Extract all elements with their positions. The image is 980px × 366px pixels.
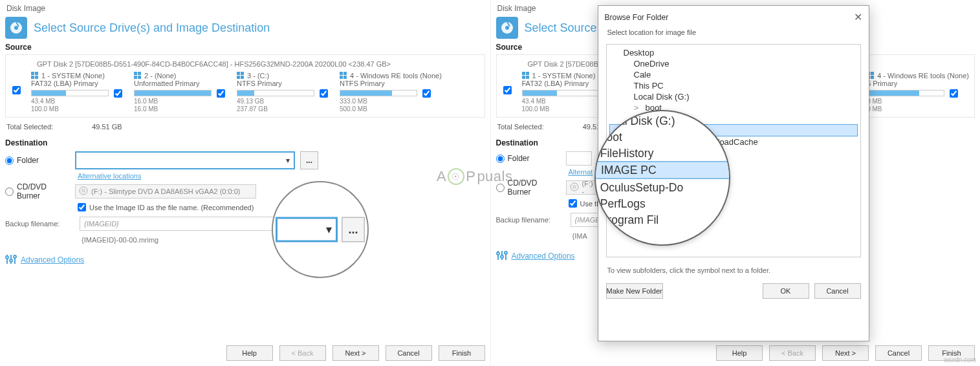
- tree-item[interactable]: Local Disk (G:): [609, 91, 858, 102]
- expand-icon[interactable]: >: [633, 159, 640, 169]
- back-button[interactable]: < Back: [769, 345, 816, 361]
- expand-icon[interactable]: >: [633, 114, 640, 124]
- partition[interactable]: 1 - SYSTEM (None) FAT32 (LBA) Primary 43…: [31, 72, 122, 113]
- left-pane: Disk Image Select Source Drive(s) and Im…: [0, 0, 490, 366]
- tree-item-label: Desktop: [624, 48, 655, 58]
- folder-tree[interactable]: Desktop OneDrive Cale This PC Local Disk…: [606, 44, 861, 257]
- tree-item[interactable]: > Program Files (x86): [609, 158, 858, 169]
- tree-item-label: OneDrive: [634, 59, 670, 69]
- make-new-folder-button[interactable]: Make New Folder: [606, 283, 663, 299]
- folder-radio-input[interactable]: [5, 156, 14, 165]
- partition-checkbox[interactable]: [114, 89, 122, 98]
- tree-item-label: Users: [646, 181, 668, 191]
- expand-icon[interactable]: >: [633, 181, 640, 191]
- partition-checkbox[interactable]: [217, 89, 225, 98]
- browse-button[interactable]: ...: [300, 151, 318, 169]
- partition-checkbox[interactable]: [950, 89, 958, 98]
- tree-item[interactable]: Cale: [609, 69, 858, 80]
- tree-item[interactable]: > Users: [609, 180, 858, 191]
- cd-radio[interactable]: CD/DVD Burner: [5, 182, 70, 200]
- tree-item-label: ProgramData: [646, 170, 695, 180]
- dialog-note: To view subfolders, click the symbol nex…: [598, 261, 869, 279]
- dialog-subtitle: Select location for image file: [598, 28, 869, 40]
- alternative-locations-link[interactable]: Alternative locations: [78, 172, 485, 180]
- tree-item-label: FileHistory: [646, 114, 685, 124]
- browse-folder-dialog: Browse For Folder ✕ Select location for …: [598, 5, 869, 341]
- folder-radio-input[interactable]: [496, 155, 505, 163]
- backup-filename-field[interactable]: {IMAGEID}: [80, 217, 319, 231]
- partition[interactable]: 2 - (None) Unformatted Primary 16.0 MB16…: [134, 72, 225, 113]
- backup-filename-label: Backup filename:: [496, 216, 558, 224]
- tree-item-label: PerfLogs: [646, 148, 679, 158]
- chevron-down-icon[interactable]: ▾: [286, 156, 290, 165]
- usage-bar: [522, 90, 600, 96]
- advanced-options-link[interactable]: Advanced Options: [512, 252, 575, 261]
- tree-item[interactable]: > Windows: [609, 191, 858, 202]
- use-image-id-checkbox[interactable]: Use the Image ID as the file name. (Reco…: [78, 203, 485, 211]
- cancel-button[interactable]: Cancel: [814, 283, 861, 299]
- dvd-burner-field: (F:) -: [566, 180, 598, 195]
- cancel-button[interactable]: Cancel: [875, 345, 922, 361]
- tree-item[interactable]: PerfLogs: [609, 147, 858, 158]
- dialog-title: Browse For Folder: [605, 13, 669, 22]
- attribution: wsxdn.com: [944, 356, 976, 363]
- tree-item[interactable]: > OculusSetup-DownloadCache: [609, 136, 858, 147]
- tree-item[interactable]: This PC: [609, 80, 858, 91]
- folder-path-input[interactable]: [566, 151, 592, 166]
- close-icon[interactable]: ✕: [854, 11, 862, 23]
- folder-path-text[interactable]: [79, 153, 291, 168]
- window-title: Disk Image: [5, 3, 485, 17]
- partition[interactable]: 3 - (C:) NTFS Primary 49.13 GB237.87 GB: [237, 72, 328, 113]
- windows-icon: [522, 72, 530, 80]
- expand-icon[interactable]: >: [633, 137, 640, 147]
- folder-radio[interactable]: Folder: [5, 156, 70, 165]
- help-button[interactable]: Help: [716, 345, 763, 361]
- partition[interactable]: 4 - Windows RE tools (None) NTFS Primary…: [340, 72, 442, 113]
- cd-radio-input[interactable]: [496, 184, 505, 192]
- cd-radio[interactable]: CD/DVD Burner: [496, 178, 561, 197]
- cancel-button[interactable]: Cancel: [386, 345, 432, 361]
- disk-image-icon: [5, 17, 27, 39]
- sliders-icon: [5, 253, 17, 266]
- next-button[interactable]: Next >: [332, 345, 379, 361]
- tree-item[interactable]: > boot: [609, 102, 858, 113]
- tree-item[interactable]: IMAGE PC: [609, 124, 858, 136]
- source-box: GPT Disk 2 [57DE08B5-D551-490F-84CD-B4B0…: [5, 54, 485, 118]
- disk-checkbox[interactable]: [12, 86, 21, 94]
- expand-icon[interactable]: >: [633, 192, 640, 202]
- page-title: Select Source Drive(s) and Image Destina…: [34, 21, 270, 35]
- advanced-options-link[interactable]: Advanced Options: [21, 255, 84, 264]
- windows-icon: [134, 72, 142, 80]
- partition[interactable]: 4 - Windows RE tools (None) 5 Primary 0 …: [867, 72, 969, 113]
- windows-icon: [31, 72, 39, 80]
- back-button[interactable]: < Back: [279, 345, 326, 361]
- next-button[interactable]: Next >: [822, 345, 869, 361]
- ok-button[interactable]: OK: [763, 283, 809, 299]
- disk-checkbox[interactable]: [503, 86, 512, 94]
- expand-icon[interactable]: >: [633, 170, 640, 180]
- usage-bar: [867, 90, 944, 96]
- tree-item[interactable]: OneDrive: [609, 58, 858, 69]
- partition-checkbox[interactable]: [422, 89, 431, 98]
- folder-path-input[interactable]: ▾: [75, 151, 295, 169]
- tree-item-label: Cale: [634, 70, 651, 80]
- dvd-burner-field: (F:) - Slimtype DVD A DA8A6SH vGAA2 (0:0…: [75, 184, 256, 199]
- tree-item[interactable]: > FileHistory: [609, 113, 858, 124]
- help-button[interactable]: Help: [226, 345, 273, 361]
- folder-radio[interactable]: Folder: [496, 154, 561, 163]
- partition-checkbox[interactable]: [320, 89, 328, 98]
- source-label: Source: [5, 43, 485, 52]
- tree-item-label: IMAGE PC: [646, 125, 688, 135]
- expand-icon[interactable]: >: [633, 103, 640, 113]
- cd-radio-input[interactable]: [5, 188, 14, 196]
- total-selected-value: 49.51 GB: [92, 123, 122, 131]
- cd-icon: [79, 186, 88, 197]
- usage-bar: [31, 90, 109, 96]
- tree-item-label: Windows: [646, 192, 680, 202]
- tree-item-label: Local Disk (G:): [634, 92, 690, 102]
- tree-item[interactable]: > ProgramData: [609, 169, 858, 180]
- windows-icon: [237, 72, 245, 80]
- finish-button[interactable]: Finish: [439, 345, 485, 361]
- tree-item-label: Program Files (x86): [646, 159, 719, 169]
- tree-item[interactable]: Desktop: [609, 47, 858, 58]
